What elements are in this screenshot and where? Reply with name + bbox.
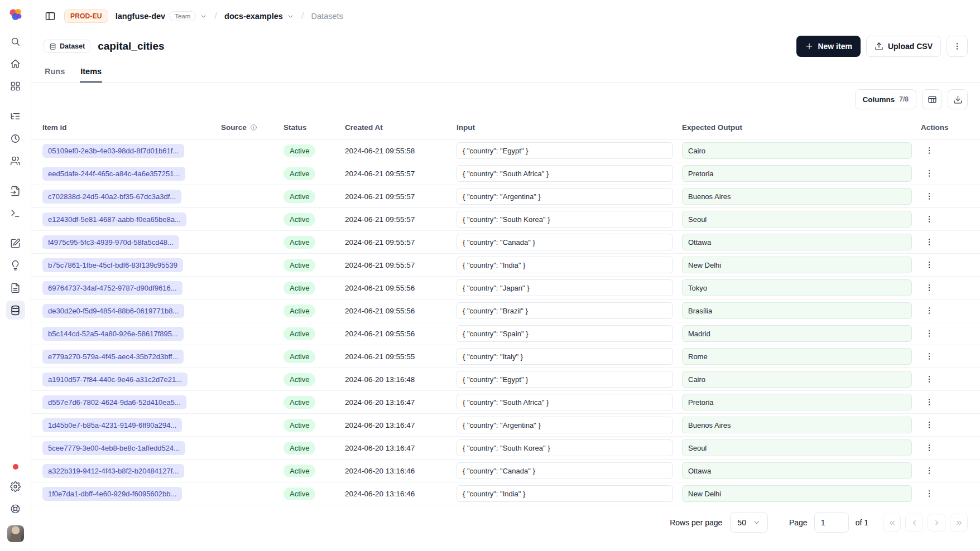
row-actions-button[interactable] [921, 257, 938, 273]
expected-output-cell[interactable]: Cairo [682, 371, 912, 388]
row-actions-button[interactable] [921, 302, 938, 319]
expected-output-cell[interactable]: Ottawa [682, 234, 912, 250]
item-id-link[interactable]: b5c144cd-52a5-4a80-926e-58617f895... [42, 327, 184, 341]
sidebar-item-dashboards[interactable] [6, 76, 25, 95]
input-cell[interactable]: { "country": "Egypt" } [457, 371, 673, 388]
row-actions-button[interactable] [921, 348, 938, 365]
row-actions-button[interactable] [921, 188, 938, 205]
new-item-button[interactable]: New item [796, 36, 860, 57]
page-number-input[interactable] [814, 513, 849, 533]
row-actions-button[interactable] [921, 279, 938, 296]
sidebar-item-annotation[interactable] [6, 234, 25, 253]
row-actions-button[interactable] [921, 462, 938, 479]
breadcrumb-organization[interactable]: langfuse-dev Team [116, 11, 208, 21]
chevron-down-icon[interactable] [200, 13, 207, 20]
column-header-input[interactable]: Input [457, 123, 682, 132]
input-cell[interactable]: { "country": "India" } [457, 485, 673, 502]
expected-output-cell[interactable]: Rome [682, 348, 912, 365]
item-id-link[interactable]: b75c7861-1fbe-45cf-bdf6-83f139c95539 [42, 258, 183, 272]
next-page-button[interactable] [928, 514, 945, 531]
tab-items[interactable]: Items [80, 67, 102, 82]
expected-output-cell[interactable]: Madrid [682, 325, 912, 342]
sidebar-item-settings[interactable] [6, 477, 25, 496]
input-cell[interactable]: { "country": "South Korea" } [457, 211, 673, 228]
row-height-button[interactable] [922, 89, 942, 109]
sidebar-item-evaluation[interactable] [6, 256, 25, 275]
input-cell[interactable]: { "country": "Argentina" } [457, 417, 673, 433]
item-id-link[interactable]: d557e7d6-7802-4624-9da6-52d410ea5... [42, 395, 186, 409]
row-actions-button[interactable] [921, 485, 938, 502]
tab-runs[interactable]: Runs [44, 67, 65, 82]
sidebar-item-home[interactable] [6, 54, 25, 73]
expected-output-cell[interactable]: New Delhi [682, 485, 912, 502]
breadcrumb-section[interactable]: Datasets [311, 12, 343, 21]
last-page-button[interactable] [950, 514, 968, 531]
sidebar-item-users[interactable] [6, 151, 25, 170]
expected-output-cell[interactable]: Tokyo [682, 279, 912, 296]
item-id-link[interactable]: de30d2e0-f5d9-4854-88b6-0619771b8... [42, 304, 184, 318]
expected-output-cell[interactable]: Ottawa [682, 462, 912, 479]
input-cell[interactable]: { "country": "South Africa" } [457, 165, 673, 182]
input-cell[interactable]: { "country": "Spain" } [457, 325, 673, 342]
user-avatar[interactable] [7, 525, 24, 542]
column-header-item-id[interactable]: Item id [31, 123, 221, 132]
expected-output-cell[interactable]: Seoul [682, 211, 912, 228]
item-id-link[interactable]: 1d45b0e7-b85a-4231-9149-6ff90a294... [42, 418, 182, 432]
langfuse-logo[interactable] [8, 7, 23, 22]
item-id-link[interactable]: 69764737-34af-4752-9787-d90df9616... [42, 281, 182, 295]
column-header-status[interactable]: Status [284, 123, 345, 132]
row-actions-button[interactable] [921, 165, 938, 182]
expected-output-cell[interactable]: Brasília [682, 302, 912, 319]
expected-output-cell[interactable]: Seoul [682, 439, 912, 456]
input-cell[interactable]: { "country": "South Korea" } [457, 439, 673, 456]
sidebar-item-datasets[interactable] [6, 301, 25, 320]
sidebar-item-playground[interactable] [6, 204, 25, 223]
chevron-down-icon[interactable] [287, 13, 294, 20]
sidebar-item-scores[interactable] [6, 278, 25, 297]
sidebar-item-prompts[interactable] [6, 181, 25, 200]
item-id-link[interactable]: c702838d-24d5-40a2-bf35-67dc3a3df... [42, 190, 181, 204]
input-cell[interactable]: { "country": "South Africa" } [457, 394, 673, 410]
column-header-source[interactable]: Source [221, 123, 284, 132]
row-actions-button[interactable] [921, 371, 938, 388]
sidebar-item-sessions[interactable] [6, 129, 25, 148]
row-actions-button[interactable] [921, 439, 938, 456]
expected-output-cell[interactable]: Buenos Aires [682, 417, 912, 433]
sidebar-toggle-button[interactable] [44, 9, 57, 23]
sidebar-item-support[interactable] [6, 499, 25, 518]
previous-page-button[interactable] [905, 514, 923, 531]
item-id-link[interactable]: e779a270-579a-4f45-aec4-35b72d3bff... [42, 350, 184, 364]
sidebar-item-search[interactable] [6, 32, 25, 51]
input-cell[interactable]: { "country": "Canada" } [457, 234, 673, 250]
columns-button[interactable]: Columns 7/8 [855, 89, 916, 109]
input-cell[interactable]: { "country": "Canada" } [457, 462, 673, 479]
column-header-created-at[interactable]: Created At [345, 123, 457, 132]
expected-output-cell[interactable]: Cairo [682, 142, 912, 159]
row-actions-button[interactable] [921, 211, 938, 228]
upload-csv-button[interactable]: Upload CSV [866, 36, 941, 57]
breadcrumb-project[interactable]: docs-examples [224, 12, 294, 21]
row-actions-button[interactable] [921, 325, 938, 342]
expected-output-cell[interactable]: Pretoria [682, 165, 912, 182]
input-cell[interactable]: { "country": "Brazil" } [457, 302, 673, 319]
input-cell[interactable]: { "country": "India" } [457, 257, 673, 273]
item-id-link[interactable]: f4975c95-5fc3-4939-970d-58fa5cd48... [42, 235, 179, 249]
input-cell[interactable]: { "country": "Egypt" } [457, 142, 673, 159]
item-id-link[interactable]: a322b319-9412-4f43-b8f2-b20484127f... [42, 464, 184, 478]
input-cell[interactable]: { "country": "Italy" } [457, 348, 673, 365]
sidebar-item-tracing[interactable] [6, 107, 25, 125]
item-id-link[interactable]: a1910d57-7f84-440c-9e46-a31c2d7e21... [42, 373, 188, 386]
expected-output-cell[interactable]: Buenos Aires [682, 188, 912, 205]
column-header-expected-output[interactable]: Expected Output [682, 123, 921, 132]
row-actions-button[interactable] [921, 394, 938, 410]
row-actions-button[interactable] [921, 234, 938, 250]
item-id-link[interactable]: 1f0e7da1-dbff-4e60-929d-f6095602bb... [42, 487, 182, 501]
first-page-button[interactable] [883, 514, 901, 531]
row-actions-button[interactable] [921, 142, 938, 159]
item-id-link[interactable]: eed5dafe-244f-465c-a84c-4a6e357251... [42, 167, 185, 181]
input-cell[interactable]: { "country": "Argentina" } [457, 188, 673, 205]
item-id-link[interactable]: e12430df-5e81-4687-aabb-f0ea65be8a... [42, 212, 186, 226]
item-id-link[interactable]: 5cee7779-3e00-4eb8-be8c-1affedd524... [42, 441, 185, 455]
expected-output-cell[interactable]: Pretoria [682, 394, 912, 410]
input-cell[interactable]: { "country": "Japan" } [457, 279, 673, 296]
